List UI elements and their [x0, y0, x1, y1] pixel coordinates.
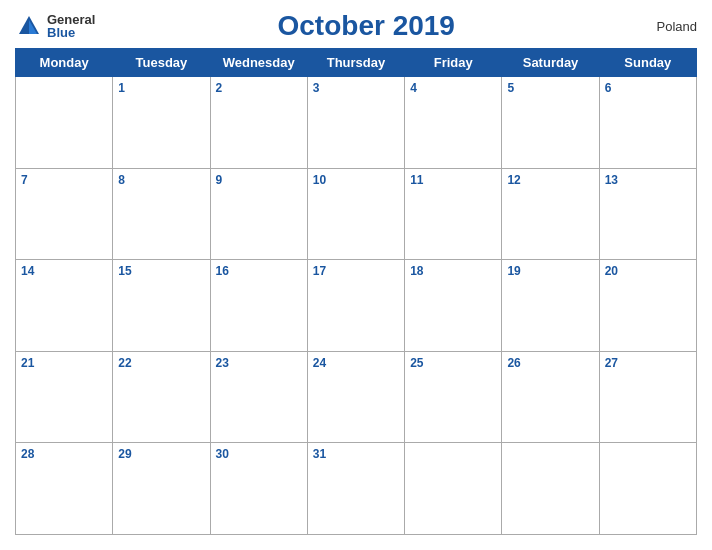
calendar-day: 8 [113, 168, 210, 260]
day-number: 13 [605, 173, 618, 187]
day-number: 23 [216, 356, 229, 370]
calendar-day: 2 [210, 77, 307, 169]
calendar-day: 22 [113, 351, 210, 443]
calendar-day: 4 [405, 77, 502, 169]
day-number: 30 [216, 447, 229, 461]
calendar-day: 3 [307, 77, 404, 169]
calendar-header: General Blue October 2019 Poland [15, 10, 697, 42]
calendar-day: 31 [307, 443, 404, 535]
weekday-header-tuesday: Tuesday [113, 49, 210, 77]
calendar-week-row: 28293031 [16, 443, 697, 535]
calendar-day: 5 [502, 77, 599, 169]
day-number: 25 [410, 356, 423, 370]
calendar-day: 14 [16, 260, 113, 352]
calendar-day [16, 77, 113, 169]
calendar-week-row: 123456 [16, 77, 697, 169]
day-number: 3 [313, 81, 320, 95]
calendar-day: 7 [16, 168, 113, 260]
day-number: 19 [507, 264, 520, 278]
day-number: 8 [118, 173, 125, 187]
day-number: 14 [21, 264, 34, 278]
day-number: 28 [21, 447, 34, 461]
calendar-table: MondayTuesdayWednesdayThursdayFridaySatu… [15, 48, 697, 535]
logo: General Blue [15, 12, 95, 40]
day-number: 2 [216, 81, 223, 95]
day-number: 16 [216, 264, 229, 278]
logo-icon [15, 12, 43, 40]
calendar-day: 19 [502, 260, 599, 352]
day-number: 29 [118, 447, 131, 461]
calendar-day: 16 [210, 260, 307, 352]
calendar-day: 15 [113, 260, 210, 352]
day-number: 4 [410, 81, 417, 95]
day-number: 1 [118, 81, 125, 95]
country-label: Poland [637, 19, 697, 34]
day-number: 12 [507, 173, 520, 187]
weekday-header-monday: Monday [16, 49, 113, 77]
day-number: 15 [118, 264, 131, 278]
calendar-day: 28 [16, 443, 113, 535]
calendar-day: 30 [210, 443, 307, 535]
day-number: 7 [21, 173, 28, 187]
calendar-day: 10 [307, 168, 404, 260]
calendar-day: 18 [405, 260, 502, 352]
calendar-day: 25 [405, 351, 502, 443]
calendar-day: 21 [16, 351, 113, 443]
calendar-week-row: 21222324252627 [16, 351, 697, 443]
day-number: 10 [313, 173, 326, 187]
day-number: 17 [313, 264, 326, 278]
calendar-day: 24 [307, 351, 404, 443]
calendar-day: 11 [405, 168, 502, 260]
day-number: 9 [216, 173, 223, 187]
day-number: 22 [118, 356, 131, 370]
calendar-day: 17 [307, 260, 404, 352]
calendar-day: 6 [599, 77, 696, 169]
weekday-header-saturday: Saturday [502, 49, 599, 77]
month-title: October 2019 [95, 10, 637, 42]
calendar-day: 29 [113, 443, 210, 535]
calendar-day: 12 [502, 168, 599, 260]
day-number: 24 [313, 356, 326, 370]
day-number: 11 [410, 173, 423, 187]
calendar-day: 23 [210, 351, 307, 443]
weekday-header-friday: Friday [405, 49, 502, 77]
logo-blue: Blue [47, 26, 95, 39]
day-number: 20 [605, 264, 618, 278]
weekday-header-sunday: Sunday [599, 49, 696, 77]
day-number: 26 [507, 356, 520, 370]
calendar-day: 26 [502, 351, 599, 443]
calendar-day: 13 [599, 168, 696, 260]
calendar-day: 9 [210, 168, 307, 260]
calendar-day: 27 [599, 351, 696, 443]
day-number: 21 [21, 356, 34, 370]
weekday-header-wednesday: Wednesday [210, 49, 307, 77]
calendar-header-row: MondayTuesdayWednesdayThursdayFridaySatu… [16, 49, 697, 77]
calendar-day [502, 443, 599, 535]
day-number: 18 [410, 264, 423, 278]
day-number: 27 [605, 356, 618, 370]
calendar-day: 20 [599, 260, 696, 352]
day-number: 6 [605, 81, 612, 95]
calendar-week-row: 14151617181920 [16, 260, 697, 352]
calendar-week-row: 78910111213 [16, 168, 697, 260]
day-number: 31 [313, 447, 326, 461]
calendar-day [405, 443, 502, 535]
day-number: 5 [507, 81, 514, 95]
calendar-day [599, 443, 696, 535]
calendar-day: 1 [113, 77, 210, 169]
weekday-header-thursday: Thursday [307, 49, 404, 77]
